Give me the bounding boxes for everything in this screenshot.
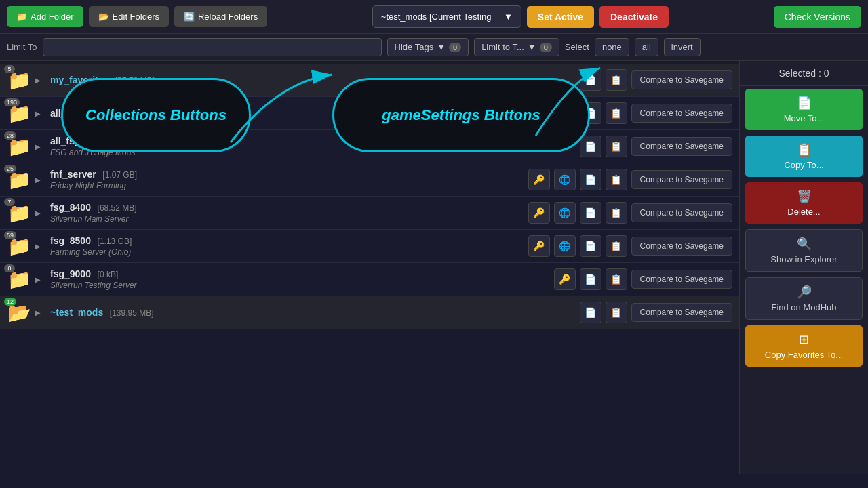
filter-bar: Limit To Hide Tags ▼ 0 Limit to T... ▼ 0… [0, 34, 868, 61]
file-icon[interactable]: 📄 [580, 302, 601, 323]
list-icon[interactable]: 📋 [606, 268, 627, 290]
limit-to-input[interactable] [43, 38, 382, 56]
expand-button[interactable]: ▶ [35, 243, 41, 250]
move-to-button[interactable]: 📄 Move To... [745, 89, 863, 130]
list-icon[interactable]: 📋 [606, 69, 627, 91]
file-icon[interactable]: 📄 [580, 169, 601, 190]
compare-savegame-button[interactable]: Compare to Savegame [631, 70, 732, 89]
collection-size: [1.13 GB] [98, 237, 132, 246]
show-in-explorer-button[interactable]: 🔍 Show in Explorer [745, 229, 863, 272]
collection-item[interactable]: 📁 7 ▶ fsg_8400 [68.52 MB] Silverrun Main… [0, 197, 739, 230]
folder-badge: 193 [4, 98, 20, 106]
collection-info: all_fsg_mods [254.64 MB] FSG and JTSage … [45, 136, 580, 157]
select-none-button[interactable]: none [595, 38, 629, 56]
expand-button[interactable]: ▶ [35, 143, 41, 150]
modhub-icon: 🔎 [797, 285, 812, 300]
list-icon[interactable]: 📋 [606, 136, 627, 157]
collection-actions: 🔑 🌐 📄 📋 Compare to Savegame [528, 169, 732, 190]
expand-button[interactable]: ▶ [35, 110, 41, 117]
reload-folders-button[interactable]: 🔄 Reload Folders [174, 6, 267, 27]
deactivate-button[interactable]: Deactivate [599, 6, 669, 28]
edit-folders-button[interactable]: 📂 Edit Folders [89, 6, 169, 27]
collection-size: [139.95 MB] [110, 308, 154, 318]
list-icon[interactable]: 📋 [606, 302, 627, 323]
collection-name: fsg_8400 [50, 202, 91, 213]
copy-favorites-to-button[interactable]: ⊞ Copy Favorites To... [745, 325, 863, 367]
select-label: Select [565, 42, 589, 52]
compare-savegame-button[interactable]: Compare to Savegame [631, 303, 732, 322]
chevron-down-icon: ▼ [504, 12, 513, 22]
file-icon[interactable]: 📄 [580, 69, 601, 91]
file-icon[interactable]: 📄 [580, 102, 601, 124]
explorer-icon: 🔍 [797, 237, 812, 251]
collection-item[interactable]: 📁 25 ▶ fnf_server [1.07 GB] Friday Night… [0, 163, 739, 197]
collection-item[interactable]: 📁 193 ▶ all_mods [6.86 GB] 📄 📋 Compare t… [0, 97, 739, 130]
collection-info: fsg_8500 [1.13 GB] Farming Server (Ohio) [45, 235, 528, 257]
key-icon[interactable]: 🔑 [528, 235, 550, 257]
delete-button[interactable]: 🗑️ Delete... [745, 182, 863, 224]
select-all-button[interactable]: all [635, 38, 658, 56]
check-versions-button[interactable]: Check Versions [774, 6, 861, 28]
delete-icon: 🗑️ [797, 189, 812, 204]
collection-desc: Friday Night Farming [50, 181, 523, 190]
collection-item[interactable]: 📁 5 ▶ my_favorites [57.70 MB] 📄 📋 Compar… [0, 64, 739, 97]
compare-savegame-button[interactable]: Compare to Savegame [631, 170, 732, 189]
folder-badge: 7 [4, 198, 15, 206]
collection-size: [0 kB] [98, 270, 119, 279]
compare-savegame-button[interactable]: Compare to Savegame [631, 237, 732, 256]
file-icon[interactable]: 📄 [580, 202, 601, 224]
folder-badge: 28 [4, 131, 16, 140]
selected-count: Selected : 0 [740, 61, 868, 86]
list-icon[interactable]: 📋 [606, 235, 627, 257]
expand-button[interactable]: ▶ [35, 209, 41, 217]
collections-list: 📁 5 ▶ my_favorites [57.70 MB] 📄 📋 Compar… [0, 61, 739, 474]
file-icon[interactable]: 📄 [580, 136, 601, 157]
folder-dropdown[interactable]: ~test_mods [Current Testing ▼ [372, 5, 521, 28]
copy-to-button[interactable]: 📋 Copy To... [745, 136, 863, 177]
key-icon[interactable]: 🔑 [528, 169, 550, 190]
compare-savegame-button[interactable]: Compare to Savegame [631, 270, 732, 289]
collection-size: [254.64 MB] [117, 137, 161, 146]
key-icon[interactable]: 🔑 [554, 268, 576, 290]
compare-savegame-button[interactable]: Compare to Savegame [631, 104, 732, 123]
select-invert-button[interactable]: invert [664, 38, 701, 56]
compare-savegame-button[interactable]: Compare to Savegame [631, 137, 732, 156]
key-icon[interactable]: 🔑 [528, 202, 550, 224]
collection-info: all_mods [6.86 GB] [45, 108, 580, 119]
folder-badge: 59 [4, 231, 16, 239]
expand-button[interactable]: ▶ [35, 176, 41, 184]
limit-to-label: Limit To [7, 42, 37, 52]
hide-tags-icon: ▼ [437, 42, 446, 52]
folder-edit-icon: 📂 [98, 12, 109, 22]
expand-button[interactable]: ▶ [35, 309, 41, 317]
collection-name: fsg_9000 [50, 268, 91, 279]
collection-info: fnf_server [1.07 GB] Friday Night Farmin… [45, 169, 528, 190]
list-icon[interactable]: 📋 [606, 202, 627, 224]
list-icon[interactable]: 📋 [606, 169, 627, 190]
expand-button[interactable]: ▶ [35, 77, 41, 84]
collection-item[interactable]: 📁 0 ▶ fsg_9000 [0 kB] Silverrun Testing … [0, 263, 739, 296]
limit-tags-icon: ▼ [528, 42, 536, 52]
compare-savegame-button[interactable]: Compare to Savegame [631, 203, 732, 222]
collection-item[interactable]: 📁 59 ▶ fsg_8500 [1.13 GB] Farming Server… [0, 230, 739, 263]
file-icon[interactable]: 📄 [580, 235, 601, 257]
collection-item[interactable]: 📂 12 ▶ ~test_mods [139.95 MB] 📄 📋 Compar… [0, 296, 739, 329]
collection-info: fsg_8400 [68.52 MB] Silverrun Main Serve… [45, 202, 528, 224]
collection-name: fsg_8500 [50, 235, 91, 246]
folder-add-icon: 📁 [16, 12, 27, 22]
collection-size: [1.07 GB] [102, 170, 137, 180]
list-icon[interactable]: 📋 [606, 102, 627, 124]
set-active-button[interactable]: Set Active [527, 6, 594, 28]
collection-name: all_mods [50, 108, 92, 119]
hide-tags-button[interactable]: Hide Tags ▼ 0 [387, 38, 469, 56]
limit-to-tags-button[interactable]: Limit to T... ▼ 0 [474, 38, 559, 56]
globe-icon[interactable]: 🌐 [554, 202, 576, 224]
expand-button[interactable]: ▶ [35, 276, 41, 283]
add-folder-button[interactable]: 📁 Add Folder [7, 6, 83, 27]
globe-icon[interactable]: 🌐 [554, 235, 576, 257]
find-on-modhub-button[interactable]: 🔎 Find on ModHub [745, 277, 863, 320]
collection-desc: Silverrun Main Server [50, 214, 523, 224]
globe-icon[interactable]: 🌐 [554, 169, 576, 190]
collection-item[interactable]: 📁 28 ▶ all_fsg_mods [254.64 MB] FSG and … [0, 130, 739, 163]
file-icon[interactable]: 📄 [580, 268, 601, 290]
